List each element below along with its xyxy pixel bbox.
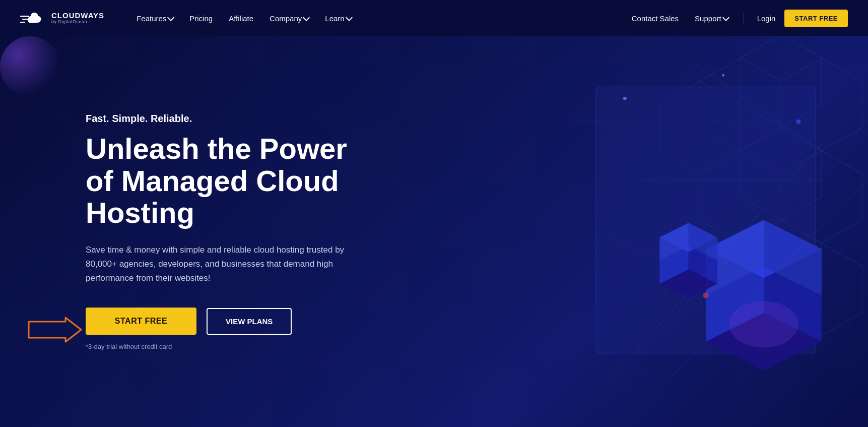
- nav-label-affiliate: Affiliate: [229, 14, 253, 23]
- chevron-down-icon: [722, 14, 729, 21]
- svg-rect-18: [596, 87, 816, 353]
- svg-marker-8: [741, 220, 822, 313]
- navbar: CLOUDWAYS by DigitalOcean Features Prici…: [0, 0, 868, 36]
- hero-graphic: [347, 36, 868, 427]
- svg-marker-20: [706, 266, 764, 341]
- logo-text: CLOUDWAYS by DigitalOcean: [51, 12, 104, 25]
- nav-label-company: Company: [270, 14, 302, 23]
- svg-marker-26: [659, 246, 688, 284]
- svg-point-34: [729, 301, 798, 347]
- chevron-down-icon: [303, 14, 310, 21]
- svg-marker-28: [659, 223, 717, 252]
- nav-item-features[interactable]: Features: [129, 10, 180, 27]
- contact-sales-label: Contact Sales: [632, 14, 679, 23]
- nav-links: Features Pricing Affiliate Company Learn: [129, 10, 627, 27]
- svg-line-37: [665, 179, 868, 382]
- svg-marker-3: [741, 36, 822, 128]
- svg-rect-17: [596, 87, 816, 353]
- svg-marker-25: [659, 269, 717, 298]
- svg-marker-30: [689, 223, 717, 261]
- svg-point-35: [703, 292, 709, 298]
- nav-item-pricing[interactable]: Pricing: [182, 10, 220, 27]
- svg-marker-21: [764, 266, 822, 341]
- contact-sales-link[interactable]: Contact Sales: [627, 10, 684, 27]
- svg-rect-0: [20, 16, 29, 17]
- svg-line-16: [694, 64, 822, 150]
- hero-description: Save time & money with simple and reliab…: [86, 243, 363, 285]
- svg-marker-11: [700, 243, 781, 336]
- svg-line-15: [608, 237, 752, 295]
- svg-point-32: [796, 119, 801, 124]
- svg-marker-12: [781, 243, 862, 336]
- support-link[interactable]: Support: [688, 10, 736, 27]
- hero-title: Unleash the Power of Managed Cloud Hosti…: [86, 133, 363, 229]
- hero-section: Fast. Simple. Reliable. Unleash the Powe…: [0, 36, 868, 427]
- chevron-down-icon: [346, 14, 353, 21]
- arrow-decoration: [28, 317, 82, 345]
- brand-name: CLOUDWAYS: [51, 12, 104, 20]
- svg-marker-23: [706, 220, 764, 295]
- svg-marker-22: [706, 220, 822, 278]
- svg-marker-19: [706, 313, 822, 371]
- nav-item-affiliate[interactable]: Affiliate: [222, 10, 260, 27]
- hero-cta-area: START FREE VIEW PLANS *3-day trial witho…: [86, 308, 363, 350]
- logo-link[interactable]: CLOUDWAYS by DigitalOcean: [20, 8, 104, 28]
- svg-point-33: [722, 74, 725, 77]
- nav-label-learn: Learn: [325, 14, 344, 23]
- svg-marker-6: [700, 58, 781, 151]
- svg-line-36: [637, 121, 868, 353]
- svg-marker-7: [781, 151, 862, 243]
- svg-rect-2: [20, 22, 25, 23]
- svg-marker-10: [659, 81, 741, 174]
- hero-start-free-button[interactable]: START FREE: [86, 308, 196, 335]
- nav-right: Contact Sales Support Login START FREE: [627, 10, 848, 27]
- nav-label-features: Features: [137, 14, 166, 23]
- nav-start-free-button[interactable]: START FREE: [784, 10, 848, 27]
- svg-line-38: [608, 93, 868, 382]
- hero-view-plans-button[interactable]: VIEW PLANS: [207, 308, 292, 335]
- svg-point-31: [623, 97, 627, 100]
- logo-icon: [20, 8, 46, 28]
- svg-marker-9: [700, 151, 781, 243]
- nav-item-company[interactable]: Company: [262, 10, 316, 27]
- nav-item-learn[interactable]: Learn: [318, 10, 358, 27]
- svg-marker-29: [659, 223, 688, 261]
- hero-tagline: Fast. Simple. Reliable.: [86, 113, 363, 125]
- nav-divider: [744, 13, 744, 23]
- hero-cta-buttons: START FREE VIEW PLANS: [86, 308, 363, 335]
- chevron-down-icon: [167, 14, 174, 21]
- svg-marker-4: [781, 58, 862, 151]
- support-label: Support: [695, 14, 721, 23]
- svg-marker-24: [764, 220, 822, 295]
- login-label: Login: [757, 14, 776, 23]
- trial-note: *3-day trial without credit card: [86, 343, 363, 350]
- nav-label-pricing: Pricing: [189, 14, 213, 23]
- svg-marker-27: [689, 246, 717, 284]
- hero-content: Fast. Simple. Reliable. Unleash the Powe…: [0, 83, 403, 381]
- brand-sub: by DigitalOcean: [51, 20, 104, 25]
- login-link[interactable]: Login: [752, 10, 781, 27]
- svg-marker-5: [741, 128, 822, 220]
